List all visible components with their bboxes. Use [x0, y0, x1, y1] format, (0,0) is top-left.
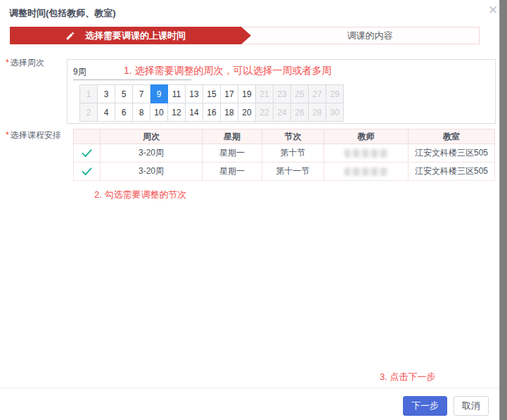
column-header: 星期: [203, 129, 262, 144]
header-checkbox-column: [74, 129, 101, 144]
week-cell-3[interactable]: 3: [98, 85, 115, 103]
teacher-name-redacted: [345, 149, 388, 158]
week-cell-24: 24: [274, 103, 291, 122]
week-cell-8[interactable]: 8: [133, 103, 150, 122]
course-section-label: *选择课程安排: [6, 129, 61, 141]
course-schedule-table: 周次星期节次教师教室 3-20周星期一第十节江安文科楼三区5053-20周星期一…: [73, 129, 495, 181]
week-cell-10[interactable]: 10: [150, 103, 168, 122]
week-cell-6[interactable]: 6: [115, 103, 133, 122]
week-cell-16[interactable]: 16: [203, 103, 221, 122]
cancel-button[interactable]: 取消: [454, 396, 489, 416]
week-cell: 3-20周: [101, 144, 203, 163]
week-cell-9[interactable]: 9: [150, 85, 168, 103]
week-section-label: *选择周次: [6, 57, 44, 69]
table-row: 3-20周星期一第十一节江安文科楼三区505: [74, 163, 495, 181]
footer-divider: [0, 388, 498, 388]
column-header: 教师: [324, 129, 409, 144]
teacher-cell: [324, 144, 409, 163]
required-asterisk: *: [6, 130, 9, 140]
week-cell-25: 25: [291, 85, 309, 103]
row-check-icon[interactable]: [74, 163, 101, 181]
period-cell: 第十节: [262, 144, 324, 163]
week-cell-28: 28: [309, 103, 326, 122]
step-wizard: 选择需要调课的上课时间 调课的内容: [10, 27, 480, 44]
step1-label: 选择需要调课的上课时间: [85, 30, 186, 42]
week-cell-5[interactable]: 5: [115, 85, 133, 103]
next-step-button[interactable]: 下一步: [403, 396, 447, 416]
room-cell: 江安文科楼三区505: [409, 163, 495, 181]
close-icon[interactable]: ✕: [488, 4, 498, 16]
week-cell-20[interactable]: 20: [238, 103, 256, 122]
week-cell-12[interactable]: 12: [168, 103, 186, 122]
column-header: 节次: [262, 129, 324, 144]
table-row: 3-20周星期一第十节江安文科楼三区505: [74, 144, 495, 163]
week-grid-row: 1357911131517192123252729: [80, 85, 344, 103]
right-scrollbar-strip[interactable]: [499, 0, 507, 420]
step2-label: 调课的内容: [347, 30, 393, 41]
week-cell-7[interactable]: 7: [133, 85, 150, 103]
week-grid-body: 1357911131517192123252729246810121416182…: [80, 85, 344, 122]
annotation-step2: 2. 勾选需要调整的节次: [94, 189, 186, 201]
week-cell-11[interactable]: 11: [168, 85, 186, 103]
row-check-icon[interactable]: [74, 144, 101, 163]
teacher-name-redacted: [345, 167, 388, 176]
day-cell: 星期一: [203, 163, 262, 181]
week-selection-panel: 1. 选择需要调整的周次，可以选择一周或者多周 1357911131517192…: [67, 59, 496, 124]
pencil-icon: [65, 31, 75, 41]
week-cell-18[interactable]: 18: [221, 103, 238, 122]
annotation-step1: 1. 选择需要调整的周次，可以选择一周或者多周: [124, 65, 332, 77]
week-cell-22: 22: [256, 103, 274, 122]
step-current-select-time[interactable]: 选择需要调课的上课时间: [10, 27, 251, 44]
course-table-head: 周次星期节次教师教室: [74, 129, 495, 144]
week-cell-21: 21: [256, 85, 274, 103]
week-cell-17[interactable]: 17: [221, 85, 238, 103]
week-cell-15[interactable]: 15: [203, 85, 221, 103]
week-cell-13[interactable]: 13: [186, 85, 203, 103]
reschedule-dialog: 调整时间(包括教师、教室) ✕ 选择需要调课的上课时间 调课的内容 *选择周次 …: [0, 0, 507, 420]
week-cell-19[interactable]: 19: [238, 85, 256, 103]
week-cell-1: 1: [80, 85, 98, 103]
required-asterisk: *: [6, 58, 9, 68]
week-cell-26: 26: [291, 103, 309, 122]
course-table-body: 3-20周星期一第十节江安文科楼三区5053-20周星期一第十一节江安文科楼三区…: [74, 144, 495, 181]
week-grid: 1357911131517192123252729246810121416182…: [79, 84, 344, 122]
annotation-step3: 3. 点击下一步: [380, 371, 435, 383]
week-cell-30: 30: [326, 103, 344, 122]
week-cell: 3-20周: [101, 163, 203, 181]
column-header: 周次: [101, 129, 203, 144]
course-table-header-row: 周次星期节次教师教室: [74, 129, 495, 144]
step-next-content[interactable]: 调课的内容: [261, 27, 479, 44]
teacher-cell: [324, 163, 409, 181]
week-cell-14[interactable]: 14: [186, 103, 203, 122]
week-cell-29: 29: [326, 85, 344, 103]
week-cell-27: 27: [309, 85, 326, 103]
room-cell: 江安文科楼三区505: [409, 144, 495, 163]
week-cell-2: 2: [80, 103, 98, 122]
week-cell-23: 23: [274, 85, 291, 103]
week-cell-4[interactable]: 4: [98, 103, 115, 122]
dialog-title: 调整时间(包括教师、教室): [9, 7, 116, 20]
column-header: 教室: [409, 129, 495, 144]
day-cell: 星期一: [203, 144, 262, 163]
period-cell: 第十一节: [262, 163, 324, 181]
week-grid-row: 24681012141618202224262830: [80, 103, 344, 122]
